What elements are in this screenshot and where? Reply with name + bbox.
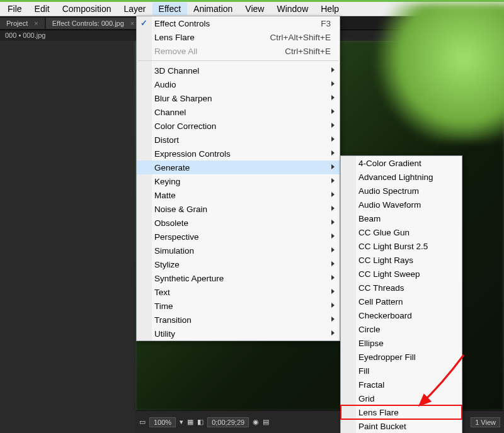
submenu-arrow-icon	[331, 206, 335, 211]
generate-cc-threads[interactable]: CC Threads	[341, 281, 462, 295]
menu-edit[interactable]: Edit	[28, 3, 56, 15]
camera-icon[interactable]: ◉	[253, 418, 259, 426]
tab-effect-controls[interactable]: Effect Controls: 000.jpg ×	[46, 18, 141, 29]
monitor-icon: ▭	[139, 418, 146, 426]
submenu-arrow-icon	[331, 330, 335, 335]
menu-file[interactable]: File	[1, 3, 28, 15]
effect-menu-blur-sharpen[interactable]: Blur & Sharpen	[137, 91, 340, 105]
grid-icon[interactable]: ▦	[187, 418, 193, 426]
tab-project[interactable]: Project ×	[0, 18, 45, 29]
menu-item-label: Checkerboard	[358, 311, 449, 320]
effect-menu-generate[interactable]: Generate	[137, 160, 340, 174]
menu-item-label: Generate	[154, 163, 331, 172]
effect-menu-color-correction[interactable]: Color Correction	[137, 119, 340, 133]
effect-menu-effect-controls[interactable]: ✓ Effect Controls F3	[137, 16, 340, 30]
effect-menu-channel[interactable]: Channel	[137, 105, 340, 119]
effect-menu-distort[interactable]: Distort	[137, 133, 340, 147]
tab-project-close[interactable]: ×	[34, 20, 38, 27]
tab-effect-controls-close[interactable]: ×	[130, 20, 134, 27]
generate-circle[interactable]: Circle	[341, 322, 462, 336]
effect-menu-perspective[interactable]: Perspective	[137, 230, 340, 244]
check-icon: ✓	[140, 18, 147, 28]
generate-advanced-lightning[interactable]: Advanced Lightning	[341, 170, 462, 184]
app-root: File Edit Composition Layer Effect Anima…	[0, 0, 504, 433]
menu-layer[interactable]: Layer	[118, 3, 152, 15]
generate-cc-light-sweep[interactable]: CC Light Sweep	[341, 267, 462, 281]
menu-item-label: Circle	[358, 325, 449, 334]
menu-item-label: CC Light Sweep	[358, 269, 449, 279]
menu-view[interactable]: View	[239, 3, 270, 15]
menu-item-label: CC Light Rays	[358, 256, 449, 265]
menu-item-label: Utility	[154, 329, 331, 339]
generate-audio-waveform[interactable]: Audio Waveform	[341, 198, 462, 211]
menu-window[interactable]: Window	[270, 3, 314, 15]
menu-item-label: Stylize	[154, 260, 331, 269]
channel-icon[interactable]: ▾	[180, 418, 183, 426]
generate-cc-light-burst-2-5[interactable]: CC Light Burst 2.5	[341, 239, 462, 253]
menu-item-label: Matte	[154, 191, 331, 200]
menu-item-label: Time	[154, 301, 331, 311]
submenu-arrow-icon	[331, 247, 335, 252]
menu-item-label: CC Threads	[358, 283, 449, 293]
menu-help[interactable]: Help	[314, 3, 345, 15]
generate-cc-light-rays[interactable]: CC Light Rays	[341, 253, 462, 267]
generate-beam[interactable]: Beam	[341, 211, 462, 225]
submenu-arrow-icon	[331, 81, 335, 86]
menu-composition[interactable]: Composition	[56, 3, 118, 15]
effect-menu-audio[interactable]: Audio	[137, 77, 340, 91]
effect-menu-lens-flare[interactable]: Lens Flare Ctrl+Alt+Shift+E	[137, 30, 340, 44]
menu-item-label: Beam	[358, 214, 449, 223]
effect-menu-text[interactable]: Text	[137, 285, 340, 299]
generate-cell-pattern[interactable]: Cell Pattern	[341, 295, 462, 308]
view-layout-dropdown[interactable]: 1 View	[471, 417, 500, 427]
menu-item-label: Simulation	[154, 246, 331, 256]
tab-effect-controls-label: Effect Controls: 000.jpg	[52, 20, 124, 27]
menu-effect[interactable]: Effect	[152, 3, 188, 15]
submenu-arrow-icon	[331, 192, 335, 197]
effect-menu-transition[interactable]: Transition	[137, 313, 340, 327]
submenu-arrow-icon	[331, 178, 335, 183]
generate-ellipse[interactable]: Ellipse	[341, 336, 462, 350]
effect-menu-obsolete[interactable]: Obsolete	[137, 216, 340, 230]
submenu-arrow-icon	[331, 261, 335, 266]
effect-menu-expression-controls[interactable]: Expression Controls	[137, 147, 340, 160]
menu-item-label: Paint Bucket	[358, 422, 449, 431]
shutter-icon[interactable]: ▤	[263, 418, 269, 426]
menu-item-label: Text	[154, 288, 331, 297]
effect-menu-synthetic-aperture[interactable]: Synthetic Aperture	[137, 271, 340, 285]
annotation-arrow	[411, 352, 467, 414]
submenu-arrow-icon	[331, 275, 335, 280]
menu-animation[interactable]: Animation	[187, 3, 239, 15]
timecode-field[interactable]: 0;00;29;29	[207, 417, 249, 427]
submenu-arrow-icon	[331, 95, 335, 100]
generate-paint-bucket[interactable]: Paint Bucket	[341, 419, 462, 433]
effect-menu-matte[interactable]: Matte	[137, 188, 340, 202]
effect-menu-stylize[interactable]: Stylize	[137, 257, 340, 271]
menu-item-label: Transition	[154, 315, 331, 325]
generate-audio-spectrum[interactable]: Audio Spectrum	[341, 184, 462, 198]
menu-item-label: 3D Channel	[154, 66, 331, 76]
project-panel[interactable]	[0, 41, 136, 433]
effect-menu-time[interactable]: Time	[137, 299, 340, 313]
effect-menu-noise-grain[interactable]: Noise & Grain	[137, 202, 340, 216]
menu-item-label: Audio Spectrum	[358, 186, 449, 196]
menu-item-label: Keying	[154, 177, 331, 186]
menu-item-label: Obsolete	[154, 218, 331, 228]
generate-cc-glue-gun[interactable]: CC Glue Gun	[341, 225, 462, 239]
menu-item-label: Blur & Sharpen	[154, 94, 331, 103]
submenu-arrow-icon	[331, 220, 335, 225]
zoom-dropdown[interactable]: 100%	[149, 417, 176, 427]
generate-4-color-gradient[interactable]: 4-Color Gradient	[341, 156, 462, 170]
effect-menu-utility[interactable]: Utility	[137, 327, 340, 340]
effect-menu-3d-channel[interactable]: 3D Channel	[137, 64, 340, 77]
menu-item-label: Audio Waveform	[358, 200, 449, 210]
menu-item-label: Ellipse	[358, 339, 449, 348]
menu-item-label: CC Light Burst 2.5	[358, 242, 449, 251]
generate-checkerboard[interactable]: Checkerboard	[341, 308, 462, 322]
menu-item-label: Synthetic Aperture	[154, 274, 331, 283]
submenu-arrow-icon	[331, 303, 335, 308]
menu-item-label: Distort	[154, 135, 331, 145]
mask-icon[interactable]: ◧	[197, 418, 203, 426]
effect-menu-simulation[interactable]: Simulation	[137, 244, 340, 257]
effect-menu-keying[interactable]: Keying	[137, 174, 340, 188]
